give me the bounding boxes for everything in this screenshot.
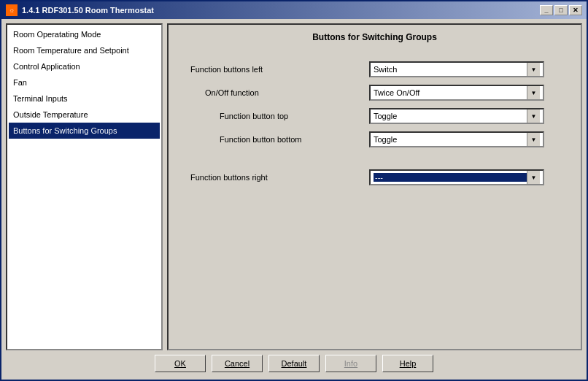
window-title: 1.4.1 RDF301.50 Room Thermostat: [22, 6, 154, 15]
sidebar-item-fan[interactable]: Fan: [9, 74, 160, 91]
on-off-function-dropdown-btn[interactable]: [527, 86, 540, 99]
function-button-top-value: Toggle: [374, 112, 527, 120]
function-buttons-right-row: Function buttons right ---: [190, 169, 559, 185]
sidebar-item-room-temperature-setpoint[interactable]: Room Temperature and Setpoint: [9, 42, 160, 58]
function-button-bottom-dropdown[interactable]: Toggle: [369, 131, 544, 147]
title-bar-left: ☼ 1.4.1 RDF301.50 Room Thermostat: [6, 4, 154, 16]
form-area: Function buttons left Switch On/Off func…: [176, 54, 573, 342]
function-buttons-right-dropdown-btn[interactable]: [527, 171, 540, 184]
info-button[interactable]: Info: [325, 355, 376, 372]
on-off-function-control: Twice On/Off: [369, 85, 559, 101]
sidebar-item-control-application[interactable]: Control Application: [9, 58, 160, 74]
function-button-top-dropdown-btn[interactable]: [527, 109, 540, 123]
function-buttons-left-label: Function buttons left: [190, 65, 369, 74]
function-buttons-right-value: ---: [374, 173, 527, 182]
title-bar: ☼ 1.4.1 RDF301.50 Room Thermostat _ □ ✕: [1, 1, 587, 19]
function-buttons-right-label: Function buttons right: [190, 173, 369, 182]
sidebar: Room Operatating Mode Room Temperature a…: [6, 23, 163, 350]
function-button-top-control: Toggle: [369, 108, 559, 124]
minimize-button[interactable]: _: [540, 5, 553, 15]
function-button-bottom-dropdown-btn[interactable]: [527, 133, 540, 146]
app-icon: ☼: [6, 4, 18, 16]
cancel-button[interactable]: Cancel: [212, 355, 263, 372]
function-button-bottom-label: Function button bottom: [220, 135, 369, 144]
maximize-button[interactable]: □: [554, 5, 568, 15]
content-area: Room Operatating Mode Room Temperature a…: [1, 19, 587, 380]
sidebar-item-buttons-switching-groups[interactable]: Buttons for Switching Groups: [9, 123, 160, 139]
function-button-top-row: Function button top Toggle: [190, 108, 559, 124]
function-button-bottom-row: Function button bottom Toggle: [190, 131, 559, 147]
function-buttons-left-value: Switch: [374, 65, 527, 74]
function-buttons-left-control: Switch: [369, 61, 559, 77]
function-button-bottom-value: Toggle: [374, 135, 527, 144]
function-buttons-right-control: ---: [369, 169, 559, 185]
on-off-function-label: On/Off function: [205, 88, 369, 97]
footer: OK Cancel Default Info Help: [6, 350, 582, 375]
main-window: ☼ 1.4.1 RDF301.50 Room Thermostat _ □ ✕ …: [0, 0, 588, 381]
on-off-function-row: On/Off function Twice On/Off: [190, 85, 559, 101]
spacer: [190, 155, 559, 169]
help-button[interactable]: Help: [382, 355, 433, 372]
function-button-top-dropdown[interactable]: Toggle: [369, 108, 544, 124]
default-button[interactable]: Default: [268, 355, 320, 372]
main-area: Room Operatating Mode Room Temperature a…: [6, 23, 582, 350]
sidebar-item-terminal-inputs[interactable]: Terminal Inputs: [9, 91, 160, 107]
function-buttons-left-dropdown[interactable]: Switch: [369, 61, 544, 77]
on-off-function-dropdown[interactable]: Twice On/Off: [369, 85, 544, 101]
panel-title: Buttons for Switching Groups: [176, 32, 573, 42]
sidebar-item-outside-temperature[interactable]: Outside Temperature: [9, 107, 160, 123]
function-buttons-left-row: Function buttons left Switch: [190, 61, 559, 77]
ok-button[interactable]: OK: [155, 355, 206, 372]
sidebar-item-room-operating-mode[interactable]: Room Operatating Mode: [9, 26, 160, 42]
function-button-bottom-control: Toggle: [369, 131, 559, 147]
right-panel: Buttons for Switching Groups Function bu…: [167, 23, 582, 350]
title-bar-buttons: _ □ ✕: [540, 5, 582, 15]
function-buttons-right-dropdown[interactable]: ---: [369, 169, 544, 185]
close-button[interactable]: ✕: [569, 5, 582, 15]
function-button-top-label: Function button top: [220, 112, 369, 120]
function-buttons-left-dropdown-btn[interactable]: [527, 63, 540, 76]
on-off-function-value: Twice On/Off: [374, 88, 527, 97]
